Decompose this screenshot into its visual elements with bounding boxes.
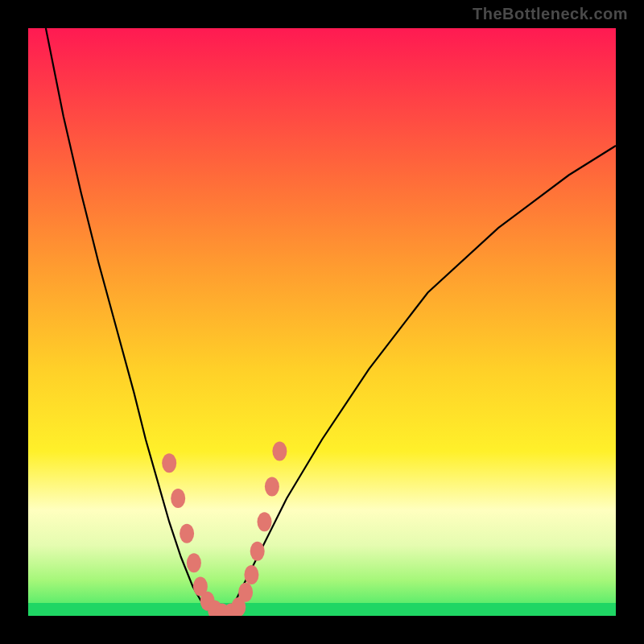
bead-point bbox=[265, 477, 279, 496]
right-curve bbox=[222, 146, 616, 616]
bead-point bbox=[187, 553, 201, 572]
plot-area bbox=[28, 28, 616, 616]
bead-point bbox=[250, 542, 265, 561]
bead-point bbox=[272, 442, 287, 461]
chart-svg bbox=[28, 28, 616, 616]
bead-point bbox=[162, 453, 176, 473]
chart-frame: TheBottleneck.com bbox=[0, 0, 644, 644]
bead-point bbox=[238, 583, 253, 602]
bead-point bbox=[258, 512, 272, 531]
bead-point bbox=[180, 524, 194, 543]
bead-point bbox=[171, 489, 185, 508]
bead-point bbox=[244, 565, 258, 584]
bead-group bbox=[162, 442, 287, 616]
watermark-text: TheBottleneck.com bbox=[473, 5, 628, 23]
